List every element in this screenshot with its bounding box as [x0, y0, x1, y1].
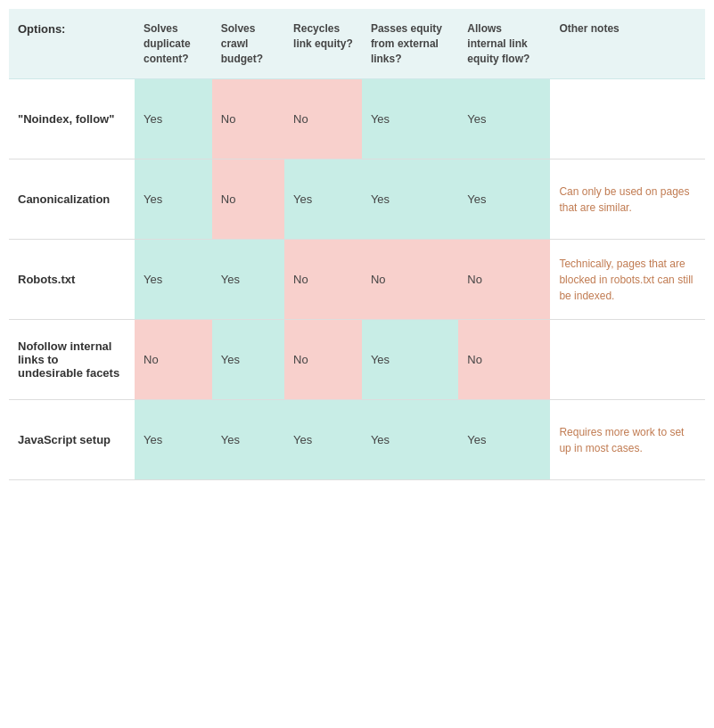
cell-note: Technically, pages that are blocked in r… — [550, 240, 705, 320]
row-label: Robots.txt — [9, 240, 135, 320]
header-allows-internal: Allows internal link equity flow? — [458, 9, 550, 79]
cell-note: Requires more work to set up in most cas… — [550, 400, 705, 480]
cell-recycles_link: Yes — [284, 400, 362, 480]
header-recycles-link: Recycles link equity? — [284, 9, 362, 79]
row-label: Canonicalization — [9, 160, 135, 240]
header-other-notes: Other notes — [550, 9, 705, 79]
cell-allows_internal: No — [458, 320, 550, 400]
cell-passes_equity: Yes — [362, 160, 458, 240]
cell-passes_equity: Yes — [362, 400, 458, 480]
cell-solves_crawl: Yes — [212, 400, 284, 480]
cell-note: Can only be used on pages that are simil… — [550, 160, 705, 240]
cell-solves_duplicate: Yes — [135, 79, 212, 160]
table-wrapper: Options: Solves duplicate content? Solve… — [0, 0, 714, 489]
cell-solves_duplicate: Yes — [135, 240, 212, 320]
cell-passes_equity: Yes — [362, 320, 458, 400]
table-row: Robots.txtYesYesNoNoNoTechnically, pages… — [9, 240, 705, 320]
table-row: CanonicalizationYesNoYesYesYesCan only b… — [9, 160, 705, 240]
cell-recycles_link: No — [284, 79, 362, 160]
cell-solves_crawl: Yes — [212, 240, 284, 320]
comparison-table: Options: Solves duplicate content? Solve… — [9, 9, 705, 480]
row-label: "Noindex, follow" — [9, 79, 135, 160]
cell-allows_internal: No — [458, 240, 550, 320]
cell-allows_internal: Yes — [458, 160, 550, 240]
cell-allows_internal: Yes — [458, 400, 550, 480]
header-solves-duplicate: Solves duplicate content? — [135, 9, 212, 79]
cell-note — [550, 79, 705, 160]
cell-passes_equity: No — [362, 240, 458, 320]
cell-solves_duplicate: No — [135, 320, 212, 400]
header-passes-equity: Passes equity from external links? — [362, 9, 458, 79]
cell-passes_equity: Yes — [362, 79, 458, 160]
cell-solves_crawl: No — [212, 79, 284, 160]
table-row: Nofollow internal links to undesirable f… — [9, 320, 705, 400]
table-row: JavaScript setupYesYesYesYesYesRequires … — [9, 400, 705, 480]
header-options: Options: — [9, 9, 135, 79]
table-row: "Noindex, follow"YesNoNoYesYes — [9, 79, 705, 160]
header-solves-crawl: Solves crawl budget? — [212, 9, 284, 79]
cell-solves_crawl: Yes — [212, 320, 284, 400]
cell-solves_duplicate: Yes — [135, 400, 212, 480]
cell-allows_internal: Yes — [458, 79, 550, 160]
header-row: Options: Solves duplicate content? Solve… — [9, 9, 705, 79]
cell-recycles_link: No — [284, 240, 362, 320]
cell-solves_duplicate: Yes — [135, 160, 212, 240]
row-label: JavaScript setup — [9, 400, 135, 480]
cell-recycles_link: No — [284, 320, 362, 400]
cell-solves_crawl: No — [212, 160, 284, 240]
row-label: Nofollow internal links to undesirable f… — [9, 320, 135, 400]
cell-note — [550, 320, 705, 400]
cell-recycles_link: Yes — [284, 160, 362, 240]
